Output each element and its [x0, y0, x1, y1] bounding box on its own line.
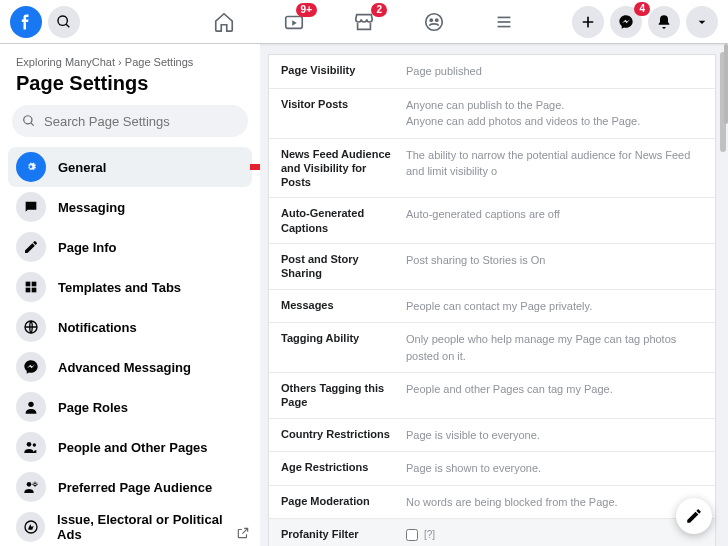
setting-row-profanity[interactable]: Profanity Filter[?] [269, 519, 715, 546]
create-button[interactable] [572, 6, 604, 38]
sidebar-search[interactable] [12, 105, 248, 137]
setting-row-story_sharing[interactable]: Post and Story SharingPost sharing to St… [269, 244, 715, 290]
setting-row-tagging[interactable]: Tagging AbilityOnly people who help mana… [269, 323, 715, 373]
setting-label: Page Visibility [281, 63, 396, 77]
sidebar-item-label: Issue, Electoral or Political Ads [57, 512, 244, 542]
marketplace-badge: 2 [371, 3, 387, 17]
setting-label: Page Moderation [281, 494, 396, 508]
sidebar-item-notifications[interactable]: Notifications [8, 307, 252, 347]
svg-rect-8 [32, 282, 37, 287]
gear-icon [16, 152, 46, 182]
svg-point-13 [27, 442, 32, 447]
messenger-icon [16, 352, 46, 382]
setting-label: Visitor Posts [281, 97, 396, 111]
sidebar-item-issue-electoral-or-political-ads[interactable]: Issue, Electoral or Political Ads [8, 507, 252, 546]
sidebar-item-templates-and-tabs[interactable]: Templates and Tabs [8, 267, 252, 307]
breadcrumb: Exploring ManyChat › Page Settings [8, 56, 252, 72]
sidebar-item-label: People and Other Pages [58, 440, 208, 455]
sidebar-item-page-roles[interactable]: Page Roles [8, 387, 252, 427]
setting-row-age[interactable]: Age RestrictionsPage is shown to everyon… [269, 452, 715, 486]
setting-value: Page is visible to everyone. [406, 427, 703, 444]
sidebar-item-label: Page Roles [58, 400, 128, 415]
profanity-checkbox[interactable] [406, 529, 418, 541]
setting-label: Tagging Ability [281, 331, 396, 345]
breadcrumb-parent[interactable]: Exploring ManyChat [16, 56, 115, 68]
setting-row-visitor_posts[interactable]: Visitor PostsAnyone can publish to the P… [269, 89, 715, 139]
svg-point-1 [426, 13, 443, 30]
sidebar-item-label: Messaging [58, 200, 125, 215]
sidebar-item-label: Notifications [58, 320, 137, 335]
help-link[interactable]: [?] [424, 527, 435, 542]
search-input[interactable] [44, 114, 238, 129]
svg-point-14 [33, 443, 36, 446]
setting-value: Post sharing to Stories is On [406, 252, 703, 269]
account-dropdown[interactable] [686, 6, 718, 38]
content-panel: Page VisibilityPage publishedVisitor Pos… [260, 44, 728, 546]
setting-row-country[interactable]: Country RestrictionsPage is visible to e… [269, 419, 715, 453]
sidebar-item-people-and-other-pages[interactable]: People and Other Pages [8, 427, 252, 467]
svg-rect-7 [26, 282, 31, 287]
setting-label: News Feed Audience and Visibility for Po… [281, 147, 396, 190]
menu-icon[interactable] [489, 7, 519, 37]
right-nav: 4 [572, 6, 718, 38]
setting-value: Anyone can publish to the Page.Anyone ca… [406, 97, 703, 130]
svg-point-2 [429, 18, 433, 22]
globe-icon [16, 312, 46, 342]
external-link-icon [236, 526, 250, 540]
setting-row-captions[interactable]: Auto-Generated CaptionsAuto-generated ca… [269, 198, 715, 244]
sidebar: Exploring ManyChat › Page Settings Page … [0, 44, 260, 546]
sidebar-item-page-info[interactable]: Page Info [8, 227, 252, 267]
grid-icon [16, 272, 46, 302]
setting-value: People can contact my Page privately. [406, 298, 703, 315]
sidebar-item-label: General [58, 160, 106, 175]
svg-point-16 [34, 483, 37, 486]
sidebar-item-general[interactable]: General [8, 147, 252, 187]
sidebar-item-advanced-messaging[interactable]: Advanced Messaging [8, 347, 252, 387]
sidebar-item-label: Templates and Tabs [58, 280, 181, 295]
people-gear-icon [16, 472, 46, 502]
search-icon [22, 114, 36, 128]
messenger-button[interactable]: 4 [610, 6, 642, 38]
watch-badge: 9+ [296, 3, 317, 17]
sidebar-item-label: Preferred Page Audience [58, 480, 212, 495]
groups-icon[interactable] [419, 7, 449, 37]
setting-label: Messages [281, 298, 396, 312]
top-bar: 9+ 2 4 [0, 0, 728, 44]
setting-value: No words are being blocked from the Page… [406, 494, 703, 511]
notifications-button[interactable] [648, 6, 680, 38]
pointer-arrow [250, 158, 260, 176]
person-icon [16, 392, 46, 422]
setting-value: Auto-generated captions are off [406, 206, 703, 223]
setting-row-news_feed[interactable]: News Feed Audience and Visibility for Po… [269, 139, 715, 199]
svg-point-12 [28, 402, 33, 407]
setting-label: Others Tagging this Page [281, 381, 396, 410]
setting-label: Auto-Generated Captions [281, 206, 396, 235]
setting-row-page_visibility[interactable]: Page VisibilityPage published [269, 55, 715, 89]
authorize-icon [16, 512, 45, 542]
breadcrumb-current: Page Settings [125, 56, 194, 68]
compose-button[interactable] [676, 498, 712, 534]
setting-label: Country Restrictions [281, 427, 396, 441]
page-scrollbar[interactable] [724, 44, 728, 124]
home-icon[interactable] [209, 7, 239, 37]
watch-icon[interactable]: 9+ [279, 7, 309, 37]
svg-rect-10 [32, 288, 37, 293]
sidebar-item-preferred-page-audience[interactable]: Preferred Page Audience [8, 467, 252, 507]
svg-rect-9 [26, 288, 31, 293]
setting-row-moderation[interactable]: Page ModerationNo words are being blocke… [269, 486, 715, 520]
facebook-logo[interactable] [10, 6, 42, 38]
search-button[interactable] [48, 6, 80, 38]
svg-point-15 [27, 482, 32, 487]
setting-row-messages[interactable]: MessagesPeople can contact my Page priva… [269, 290, 715, 324]
setting-label: Post and Story Sharing [281, 252, 396, 281]
people-icon [16, 432, 46, 462]
setting-value: Page published [406, 63, 703, 80]
setting-label: Profanity Filter [281, 527, 396, 541]
setting-value: Only people who help manage my Page can … [406, 331, 703, 364]
sidebar-item-label: Page Info [58, 240, 117, 255]
setting-row-others_tagging[interactable]: Others Tagging this PagePeople and other… [269, 373, 715, 419]
sidebar-item-messaging[interactable]: Messaging [8, 187, 252, 227]
marketplace-icon[interactable]: 2 [349, 7, 379, 37]
svg-point-3 [435, 18, 439, 22]
messenger-badge: 4 [634, 2, 650, 16]
